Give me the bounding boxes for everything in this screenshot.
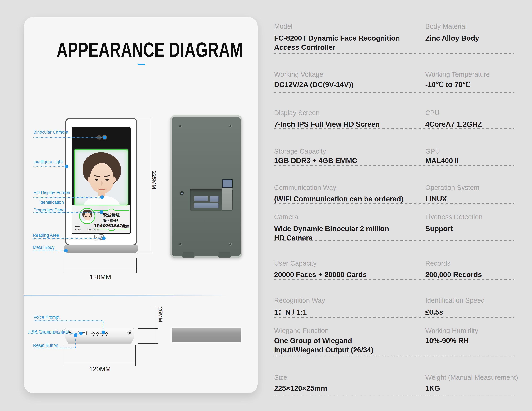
spec-value: 225×120×25mm — [274, 383, 327, 393]
callout-dot — [64, 249, 68, 252]
leader-line — [33, 348, 76, 348]
callout-dot — [100, 210, 103, 214]
connector-port — [194, 196, 208, 201]
leader-line — [33, 251, 65, 251]
screen-system-row: V1.02 192.168.1.25 — [75, 229, 100, 231]
spec-value: 1KG — [425, 383, 440, 393]
dim-line-120mm-front — [64, 269, 137, 269]
spec-label: Wiegand Function — [274, 327, 329, 335]
title-underline-dash — [138, 64, 145, 65]
spec-value: Wide Dynamic Binocular 2 million HD Came… — [274, 224, 389, 243]
connector-port — [210, 196, 218, 202]
rear-button — [180, 191, 184, 195]
section-divider — [24, 295, 238, 296]
screw — [229, 243, 232, 246]
avatar-eye — [88, 216, 90, 217]
leader-line — [28, 333, 80, 334]
portrait-eye — [105, 179, 109, 180]
dim-line-120mm-bottom — [64, 363, 136, 364]
dim-tick — [135, 345, 136, 366]
bottom-screw — [127, 330, 132, 335]
callout-dot — [102, 236, 105, 240]
dim-tick — [64, 258, 65, 273]
spec-value: 1GB DDR3 + 4GB EMMC — [274, 156, 357, 165]
row-separator — [274, 279, 514, 280]
label-identification: Identification — [39, 200, 64, 205]
screen-time: 16:53:41 — [94, 223, 114, 229]
leader-line — [33, 238, 102, 239]
row-separator — [274, 394, 514, 395]
spec-label: Working Voltage — [274, 71, 323, 78]
dim-label-120mm-bottom: 120MM — [64, 365, 136, 373]
spec-value: FC-8200T Dynamic Face Recognition Access… — [274, 34, 400, 52]
green-bracket-top — [94, 209, 129, 211]
spec-label: User Capacity — [274, 260, 317, 267]
spec-label: Weight (Manual Measurement) — [425, 374, 518, 381]
row-separator — [274, 355, 514, 356]
label-reset-button: Reset Button — [33, 343, 58, 348]
mounting-tab — [218, 252, 231, 258]
spec-value: 7-Inch IPS Full View HD Screen — [274, 120, 380, 129]
spec-value: 200,000 Records — [425, 270, 482, 279]
spec-label: Records — [425, 260, 450, 267]
spec-table: Model FC-8200T Dynamic Face Recognition … — [274, 0, 515, 411]
mounting-tab — [182, 252, 195, 258]
spec-label: Recognition Way — [274, 297, 325, 304]
rear-device-view — [170, 115, 242, 258]
row-separator — [274, 92, 514, 93]
spec-value: 20000 Faces + 20000 Cards — [274, 270, 367, 279]
dim-tick — [64, 345, 65, 366]
spec-label: CPU — [425, 109, 440, 117]
callout-dot — [74, 334, 77, 337]
spec-value: One Group of Wiegand Input/Wiegand Outpu… — [274, 336, 373, 355]
dim-line-225mm — [150, 118, 150, 253]
screw — [179, 125, 181, 128]
portrait-nose — [101, 181, 103, 186]
dim-line-25mm — [156, 306, 156, 344]
row-separator — [274, 165, 514, 166]
appearance-spec-sheet: APPEARANCE DIAGRAM — [0, 0, 532, 411]
spec-label: Operation System — [425, 184, 479, 191]
avatar-eye — [85, 216, 86, 217]
dim-label-25mm: 25MM — [157, 307, 164, 339]
label-voice-prompt: Voice Prompt — [34, 315, 59, 320]
row-separator — [274, 53, 514, 54]
screen-weekday: 星期三 — [122, 224, 129, 228]
spec-label: Working Temperature — [425, 71, 490, 78]
recognized-avatar — [79, 208, 95, 224]
connector-block — [222, 188, 232, 210]
page-title-wrap: APPEARANCE DIAGRAM — [24, 38, 258, 62]
page-title: APPEARANCE DIAGRAM — [57, 38, 243, 62]
firmware-version: V1.02 — [75, 229, 81, 231]
dim-tick — [136, 258, 137, 273]
portrait-mouth — [97, 186, 106, 190]
spec-value: 10%-90% RH — [425, 336, 469, 345]
avatar-face — [84, 212, 91, 221]
callout-dot — [100, 195, 104, 199]
leader-line — [33, 197, 101, 198]
speaker-holes — [91, 332, 110, 336]
spec-value: Zinc Alloy Body — [425, 34, 479, 43]
leader-line — [103, 320, 104, 331]
spec-value: 4CoreA7 1.2GHZ — [425, 120, 482, 129]
row-separator — [274, 129, 514, 129]
dim-tick — [138, 328, 159, 329]
label-reading-area: Reading Area — [33, 233, 59, 238]
callout-dot — [102, 331, 105, 334]
spec-label: GPU — [425, 148, 440, 155]
dim-tick — [138, 252, 152, 253]
rear-socket — [222, 179, 233, 188]
label-binocular-camera: Binocular Camera — [33, 130, 68, 135]
spec-label: Communication Way — [274, 184, 336, 191]
leader-line — [33, 167, 65, 167]
leader-line — [33, 137, 103, 138]
spec-label: Size — [274, 374, 287, 381]
callout-dot — [65, 165, 68, 168]
connector-port — [194, 203, 218, 208]
leader-line — [34, 320, 103, 321]
top-device-view — [171, 327, 242, 343]
callout-dot — [79, 332, 83, 335]
portrait-eye — [95, 179, 98, 180]
spec-value: LINUX — [425, 194, 447, 203]
label-metal-body: Metal Body — [33, 245, 55, 250]
